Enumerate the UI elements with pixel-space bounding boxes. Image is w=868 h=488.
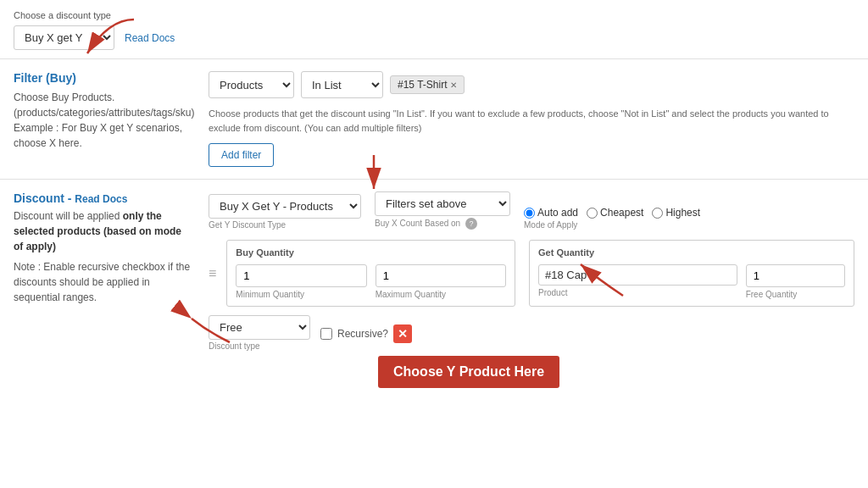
- product-tag-x[interactable]: #15 T-Shirt ✕: [390, 75, 465, 94]
- discount-type-bottom-col: Free Percentage Fixed Amount Discount ty…: [209, 315, 310, 352]
- get-product-tag-remove[interactable]: ✕: [590, 270, 597, 280]
- get-quantity-inputs: #18 Cap ✕ Product Free Quantity: [538, 264, 845, 299]
- discount-top-row: Buy X Get Y - Products Buy X Get Y - Car…: [209, 191, 854, 231]
- read-docs-link-top[interactable]: Read Docs: [125, 32, 175, 44]
- min-qty-input[interactable]: [236, 264, 366, 287]
- discount-type-select[interactable]: Buy X get Y Percentage Fixed Amount: [14, 25, 114, 50]
- max-qty-field: Maximum Quantity: [376, 264, 506, 299]
- free-qty-input[interactable]: [746, 264, 845, 287]
- get-quantity-title: Get Quantity: [538, 247, 845, 258]
- discount-type-row: Buy X get Y Percentage Fixed Amount Read…: [14, 25, 854, 50]
- mode-auto-add[interactable]: Auto add: [524, 207, 578, 219]
- free-qty-label: Free Quantity: [746, 290, 845, 299]
- buy-quantity-title: Buy Quantity: [236, 247, 506, 258]
- filter-condition-select[interactable]: In List Not In List: [301, 71, 383, 98]
- min-qty-field: Minimum Quantity: [236, 264, 366, 299]
- mode-cheapest-radio[interactable]: [587, 208, 598, 219]
- min-qty-label: Minimum Quantity: [236, 290, 366, 299]
- get-y-type-col: Buy X Get Y - Products Buy X Get Y - Car…: [209, 194, 361, 231]
- discount-desc-note: Note : Enable recursive checkbox if the …: [14, 259, 192, 305]
- get-product-tag-wrapper[interactable]: #18 Cap ✕: [538, 264, 737, 286]
- filter-description: Choose Buy Products. (products/categorie…: [14, 90, 192, 151]
- get-y-type-select[interactable]: Buy X Get Y - Products Buy X Get Y - Car…: [209, 194, 361, 219]
- mode-auto-add-radio[interactable]: [524, 208, 535, 219]
- get-quantity-group: Get Quantity #18 Cap ✕ Product Free Quan…: [529, 240, 854, 307]
- discount-right: Buy X Get Y - Products Buy X Get Y - Car…: [209, 191, 854, 352]
- filter-right: Products Categories Tags SKU In List Not…: [209, 71, 854, 167]
- filter-controls-row: Products Categories Tags SKU In List Not…: [209, 71, 854, 98]
- discount-section: Discount - Read Docs Discount will be ap…: [0, 180, 868, 364]
- product-tag-x-remove[interactable]: ✕: [450, 80, 457, 90]
- filter-type-select[interactable]: Products Categories Tags SKU: [209, 71, 294, 98]
- filter-detail-description: Choose products that get the discount us…: [209, 107, 854, 135]
- mode-radio-group: Auto add Cheapest Highest: [524, 207, 700, 219]
- buy-x-count-select[interactable]: Filters set above Custom: [375, 191, 510, 216]
- get-product-tag-text: #18 Cap: [545, 269, 587, 281]
- filter-section: Filter (Buy) Choose Buy Products. (produ…: [0, 59, 868, 180]
- buy-quantity-inputs: Minimum Quantity Maximum Quantity: [236, 264, 506, 299]
- add-filter-button[interactable]: Add filter: [209, 143, 274, 167]
- free-qty-field: Free Quantity: [746, 264, 845, 299]
- get-y-type-label: Get Y Discount Type: [209, 220, 361, 230]
- read-docs-link-discount[interactable]: Read Docs: [75, 193, 127, 205]
- discount-desc-main: Discount will be applied only the select…: [14, 208, 192, 254]
- top-section: Choose a discount type Buy X get Y Perce…: [0, 0, 868, 59]
- max-qty-input[interactable]: [376, 264, 506, 287]
- product-tag-x-text: #15 T-Shirt: [398, 79, 447, 91]
- recursive-label: Recursive?: [337, 328, 388, 340]
- max-qty-label: Maximum Quantity: [376, 290, 506, 299]
- delete-button[interactable]: ✕: [393, 324, 412, 343]
- discount-title: Discount - Read Docs: [14, 191, 192, 205]
- quantities-row: ≡ Buy Quantity Minimum Quantity Maximum …: [209, 240, 854, 307]
- buy-x-count-label: Buy X Count Based on ?: [375, 218, 510, 230]
- bottom-row: Free Percentage Fixed Amount Discount ty…: [209, 315, 854, 352]
- mode-apply-col: Auto add Cheapest Highest Mode of Apply: [524, 207, 700, 231]
- buy-x-count-col: Filters set above Custom Buy X Count Bas…: [375, 191, 510, 231]
- product-label: Product: [538, 288, 737, 297]
- mode-cheapest[interactable]: Cheapest: [587, 207, 643, 219]
- mode-highest-radio[interactable]: [652, 208, 663, 219]
- discount-type-bottom-label: Discount type: [209, 341, 310, 351]
- discount-type-label: Choose a discount type: [14, 10, 854, 20]
- get-product-field: #18 Cap ✕ Product: [538, 264, 737, 299]
- discount-type-bottom-select[interactable]: Free Percentage Fixed Amount: [209, 315, 310, 340]
- annotation-y-box: Choose Y Product Here: [378, 356, 559, 388]
- discount-left: Discount - Read Docs Discount will be ap…: [14, 191, 192, 352]
- mode-apply-label: Mode of Apply: [524, 220, 700, 230]
- filter-left: Filter (Buy) Choose Buy Products. (produ…: [14, 71, 192, 167]
- help-icon[interactable]: ?: [465, 218, 477, 230]
- recursive-checkbox[interactable]: [320, 328, 332, 340]
- drag-handle[interactable]: ≡: [209, 266, 216, 281]
- mode-highest[interactable]: Highest: [652, 207, 700, 219]
- buy-quantity-group: Buy Quantity Minimum Quantity Maximum Qu…: [226, 240, 515, 307]
- recursive-col: Recursive? ✕: [320, 324, 412, 343]
- filter-title: Filter (Buy): [14, 71, 192, 85]
